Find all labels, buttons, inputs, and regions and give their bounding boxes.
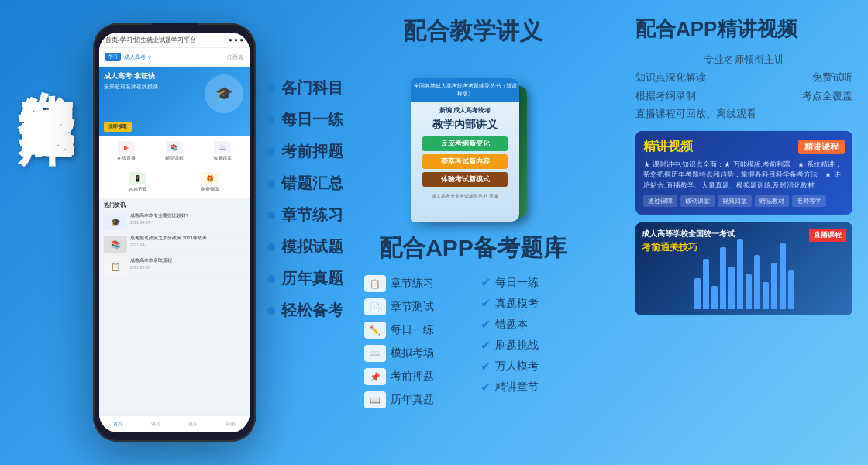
phone-btn-live-icon: ▶ bbox=[118, 141, 135, 153]
feature-dot-5 bbox=[267, 243, 275, 251]
video-card-text: ★ 课时讲中,知识点全面；★ 万能模板,考前利器！★ 系统精讲，帮您把握历年考题… bbox=[643, 160, 845, 191]
phone-hero-cta: 立即领取 bbox=[104, 122, 132, 132]
feature-item-3: 错题汇总 bbox=[267, 173, 343, 194]
live-bar-item bbox=[746, 274, 752, 309]
check-item-daily: ✔ 每日一练 bbox=[480, 272, 581, 293]
phone-nav-home: 首页 bbox=[113, 421, 122, 428]
feature-dot-6 bbox=[267, 275, 275, 283]
phone-news-2: 📚 成考报名政策之加分政策 2021年成考... 2021-03- bbox=[99, 233, 250, 256]
phone-status-bar: 首页-学习/招生就业试题学习平台 ● ● ● bbox=[99, 33, 250, 48]
feature-label-3: 错题汇总 bbox=[281, 173, 343, 194]
phone-screen: 首页-学习/招生就业试题学习平台 ● ● ● 学习 成人高考 ∨ 江西省 成人高… bbox=[99, 33, 250, 432]
book-image-area: 全国各地成人高考统考考题辅导丛书（新课标版） 教学内部讲义 全国各地成人高考统考… bbox=[364, 55, 581, 241]
check-item-challenge: ✔ 刷题挑战 bbox=[480, 335, 581, 356]
phone-news-title: 热门资讯 bbox=[99, 198, 250, 211]
app-item-past-label: 历年真题 bbox=[391, 393, 434, 407]
book-front-subtitle: 教学内部讲义 bbox=[411, 116, 519, 133]
video-tag-1: 移动课堂 bbox=[680, 195, 715, 207]
app-item-chapter-practice-label: 章节练习 bbox=[391, 277, 434, 291]
phone-nav-bar: 学习 成人高考 ∨ 江西省 bbox=[99, 48, 250, 67]
phone-nav-mine: 我的 bbox=[226, 421, 236, 428]
feature-item-1: 每日一练 bbox=[267, 109, 343, 130]
live-bar-item bbox=[711, 286, 718, 309]
app-item-past-icon: 📖 bbox=[364, 391, 386, 408]
phone-btn-free-icon: 🎁 bbox=[202, 172, 219, 184]
live-bar-item bbox=[737, 239, 743, 309]
live-card: 成人高等学校全国统一考试 考前通关技巧 直播课程 bbox=[636, 222, 852, 315]
right-desc-1: 专业名师领衔主讲 bbox=[636, 50, 852, 68]
check-mark-real: ✔ bbox=[480, 296, 491, 311]
book-section: 配合教学讲义 全国各地成人高考统考考题辅导丛书（新课标版） 教学内部讲义 全国各… bbox=[364, 16, 581, 241]
feature-dot-1 bbox=[267, 116, 275, 124]
right-desc: 专业名师领衔主讲 知识点深化解读 免费试听 根据考纲录制 考点全覆盖 直播课程可… bbox=[636, 50, 852, 123]
book-front: 全国各地成人高考统考考题辅导丛书（新课标版） 新编 成人高考统考 教学内部讲义 … bbox=[411, 78, 519, 222]
check-item-lecture: ✔ 精讲章节 bbox=[480, 377, 581, 398]
phone-btn-bank-icon: 📖 bbox=[214, 141, 231, 153]
phone-notch bbox=[151, 23, 198, 33]
phone-btn-free: 🎁 免费领取 bbox=[201, 172, 219, 193]
feature-label-2: 考前押题 bbox=[281, 141, 343, 162]
phone-btn-course-label: 精品课程 bbox=[165, 155, 184, 162]
check-item-real-label: 真题模考 bbox=[495, 297, 539, 311]
video-tag-3: 赠品教材 bbox=[755, 195, 789, 207]
phone-btn-app-label: App下载 bbox=[129, 186, 147, 193]
book-stack: 全国各地成人高考统考考题辅导丛书（新课标版） 教学内部讲义 全国各地成人高考统考… bbox=[395, 71, 550, 241]
check-item-daily-label: 每日一练 bbox=[495, 276, 539, 290]
phone-news-3-date: 2021-02-25 bbox=[130, 265, 245, 270]
phone-btn-live: ▶ 在线直播 bbox=[117, 141, 136, 162]
app-item-chapter-test: 📄 章节测试 bbox=[364, 295, 465, 319]
check-item-wrong-label: 错题本 bbox=[495, 318, 528, 332]
check-mark-daily: ✔ bbox=[480, 275, 491, 290]
live-bar-item bbox=[780, 243, 786, 309]
phone-hero-badge: 🎓 bbox=[205, 74, 243, 113]
phone-news-1: 🎓 成教高本本专业哪些比较好? 2021-04-27 bbox=[99, 211, 250, 233]
video-card-badge: 精讲课程 bbox=[798, 140, 845, 154]
live-card-main-title: 成人高等学校全国统一考试 bbox=[642, 229, 735, 239]
phone-btn-course-icon: 📚 bbox=[166, 141, 183, 153]
check-mark-lecture: ✔ bbox=[480, 380, 491, 394]
feature-label-5: 模拟试题 bbox=[281, 236, 343, 257]
video-tag-0: 通过保障 bbox=[643, 195, 677, 207]
check-item-real: ✔ 真题模考 bbox=[480, 293, 581, 314]
feature-item-7: 轻松备考 bbox=[267, 300, 343, 321]
phone-btn-course: 📚 精品课程 bbox=[165, 141, 184, 162]
phone-news-2-content: 成考报名政策之加分政策 2021年成考... 2021-03- bbox=[130, 236, 245, 247]
video-tag-4: 老师答学 bbox=[792, 195, 826, 207]
app-left-column: 📋 章节练习 📄 章节测试 ✏️ 每日一练 ⌨️ 模拟考场 📌 考前押题 📖 bbox=[364, 272, 465, 412]
video-tag-2: 视频回放 bbox=[718, 195, 752, 207]
right-desc-2-left: 知识点深化解读 bbox=[636, 68, 706, 86]
book-front-top: 全国各地成人高考统考考题辅导丛书（新课标版） bbox=[411, 78, 519, 102]
phone-news-3: 📋 成教高本本录取流程 2021-02-25 bbox=[99, 256, 250, 278]
feature-item-4: 章节练习 bbox=[267, 205, 343, 226]
feature-dot-3 bbox=[267, 180, 275, 188]
phone-news-3-content: 成教高本本录取流程 2021-02-25 bbox=[130, 258, 245, 270]
phone-shell: 首页-学习/招生就业试题学习平台 ● ● ● 学习 成人高考 ∨ 江西省 成人高… bbox=[93, 23, 256, 442]
phone-url: 首页-学习/招生就业试题学习平台 bbox=[105, 36, 196, 44]
phone-logo: 学习 bbox=[105, 53, 121, 61]
check-mark-challenge: ✔ bbox=[480, 338, 491, 353]
live-bar-item bbox=[771, 263, 777, 309]
right-desc-2-right: 免费试听 bbox=[812, 68, 852, 86]
feature-dot-4 bbox=[267, 212, 275, 219]
app-item-mock-icon: ⌨️ bbox=[364, 345, 386, 362]
phone-sub-buttons: 📱 App下载 🎁 免费领取 bbox=[99, 167, 250, 198]
app-item-pretest: 📌 考前押题 bbox=[364, 365, 465, 388]
phone-news-2-date: 2021-03- bbox=[130, 243, 245, 247]
live-bar-item bbox=[703, 259, 709, 309]
right-section: 配合APP精讲视频 专业名师领衔主讲 知识点深化解读 免费试听 根据考纲录制 考… bbox=[636, 16, 852, 315]
right-desc-2: 知识点深化解读 免费试听 bbox=[636, 68, 852, 86]
book-front-title: 新编 成人高考统考 bbox=[411, 102, 519, 116]
app-item-pretest-label: 考前押题 bbox=[391, 370, 434, 384]
app-item-mock-label: 模拟考场 bbox=[391, 346, 434, 360]
feature-label-7: 轻松备考 bbox=[281, 300, 343, 321]
phone-news-1-content: 成教高本本专业哪些比较好? 2021-04-27 bbox=[130, 213, 245, 225]
book-section-title: 配合教学讲义 bbox=[364, 16, 581, 47]
video-card-header: 精讲视频 精讲课程 bbox=[643, 139, 845, 155]
phone-btn-bank-label: 海量题库 bbox=[213, 155, 232, 162]
video-card-title: 精讲视频 bbox=[643, 139, 693, 155]
video-card: 精讲视频 精讲课程 ★ 课时讲中,知识点全面；★ 万能模板,考前利器！★ 系统精… bbox=[636, 131, 852, 215]
feature-item-2: 考前押题 bbox=[267, 141, 343, 162]
phone-btn-live-label: 在线直播 bbox=[117, 155, 136, 162]
app-item-chapter-test-icon: 📄 bbox=[364, 298, 386, 315]
main-title: 在线智能题库 bbox=[16, 46, 77, 65]
